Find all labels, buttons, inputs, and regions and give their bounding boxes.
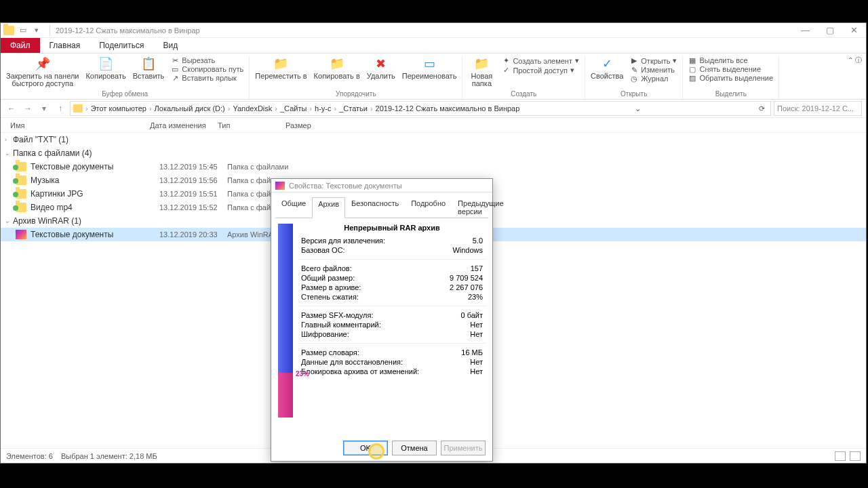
history-button[interactable]: ◷Журнал	[630, 75, 677, 83]
copy-path-button[interactable]: ▭Скопировать путь	[171, 65, 243, 73]
tab-share[interactable]: Поделиться	[90, 38, 153, 53]
tab-home[interactable]: Главная	[40, 38, 90, 53]
new-folder-button[interactable]: 📁Новая папка	[468, 56, 495, 87]
tab-details[interactable]: Подробно	[405, 197, 452, 218]
properties-button[interactable]: ✓Свойства	[591, 56, 623, 80]
group-header[interactable]: ›Файл "TXT" (1)	[1, 133, 866, 146]
refresh-button[interactable]: ⟳	[756, 104, 768, 113]
tab-security[interactable]: Безопасность	[345, 197, 405, 218]
dialog-title-bar[interactable]: Свойства: Текстовые документы	[271, 179, 492, 192]
folder-icon	[16, 203, 26, 212]
cancel-button[interactable]: Отмена	[392, 441, 437, 455]
qat-new-icon[interactable]: ▭	[20, 26, 29, 35]
back-button[interactable]: ←	[5, 102, 18, 115]
title-bar: ▭ ▾ 2019-12-12 Сжать максимально в Винра…	[1, 23, 866, 38]
group-header[interactable]: ⌄Папка с файлами (4)	[1, 146, 866, 160]
forward-button[interactable]: →	[21, 102, 35, 115]
column-headers[interactable]: Имя Дата изменения Тип Размер	[1, 118, 866, 133]
maximize-button[interactable]: ▢	[826, 25, 834, 35]
move-to-button[interactable]: 📁Переместить в	[255, 56, 307, 80]
dialog-tabs: Общие Архив Безопасность Подробно Предыд…	[271, 192, 492, 218]
recent-button[interactable]: ▾	[37, 102, 51, 115]
folder-icon	[16, 189, 26, 199]
rar-icon	[16, 230, 26, 239]
breadcrumbs[interactable]: › Этот компьютер› Локальный диск (D:)› Y…	[70, 101, 771, 116]
open-button[interactable]: ▶Открыть ▾	[630, 56, 677, 65]
tab-previous[interactable]: Предыдущие версии	[452, 197, 509, 218]
paste-shortcut-button[interactable]: ↗Вставить ярлык	[171, 74, 243, 82]
paste-button[interactable]: 📋Вставить	[133, 56, 165, 80]
ribbon-toggle[interactable]: ⌃ ⓘ	[848, 56, 862, 65]
rar-icon	[275, 182, 285, 190]
delete-button[interactable]: ✖Удалить	[367, 56, 395, 80]
apply-button[interactable]: Применить	[441, 441, 486, 455]
minimize-button[interactable]: —	[801, 25, 810, 35]
folder-icon	[16, 162, 26, 171]
tab-view[interactable]: Вид	[153, 38, 187, 53]
select-all-button[interactable]: ▦Выделить все	[688, 56, 773, 64]
archive-info: Непрерывный RAR архив Версия для извлече…	[298, 224, 486, 436]
properties-dialog: Свойства: Текстовые документы Общие Архи…	[271, 178, 493, 462]
copy-button[interactable]: 📄Копировать	[85, 56, 125, 80]
qat-props-icon[interactable]: ▾	[35, 26, 44, 35]
window-title: 2019-12-12 Сжать максимально в Винрар	[56, 26, 200, 35]
view-details-icon[interactable]	[835, 451, 846, 461]
divider	[50, 25, 50, 36]
close-button[interactable]: ✕	[850, 25, 858, 35]
folder-icon	[3, 26, 14, 35]
view-thumb-icon[interactable]	[850, 451, 861, 461]
select-none-button[interactable]: ▢Снять выделение	[688, 65, 773, 73]
copy-to-button[interactable]: 📁Копировать в	[314, 56, 360, 80]
tab-archive[interactable]: Архив	[312, 197, 345, 218]
edit-button[interactable]: ✎Изменить	[630, 66, 677, 74]
search-input[interactable]: Поиск: 2019-12-12 С...	[774, 101, 862, 116]
ribbon-tabs: Файл Главная Поделиться Вид ⌃ ⓘ	[1, 38, 866, 54]
easy-access-button[interactable]: ✓Простой доступ ▾	[502, 66, 579, 75]
new-item-button[interactable]: ✦Создать элемент ▾	[502, 56, 579, 65]
up-button[interactable]: ↑	[54, 102, 67, 115]
rename-button[interactable]: ▭Переименовать	[402, 56, 457, 80]
folder-icon	[73, 104, 83, 113]
dropdown-icon[interactable]: ⌄	[632, 104, 644, 113]
ratio-label: 23%	[296, 370, 309, 378]
file-row[interactable]: Текстовые документы13.12.2019 15:45Папка…	[1, 160, 866, 174]
ribbon: 📌Закрепить на панели быстрого доступа 📄К…	[1, 54, 866, 100]
cut-button[interactable]: ✂Вырезать	[171, 56, 243, 64]
invert-button[interactable]: ▨Обратить выделение	[688, 74, 773, 82]
pin-button[interactable]: 📌Закрепить на панели быстрого доступа	[6, 56, 79, 87]
address-bar: ← → ▾ ↑ › Этот компьютер› Локальный диск…	[1, 100, 866, 118]
folder-icon	[16, 176, 26, 185]
tab-file[interactable]: Файл	[1, 38, 40, 53]
tab-general[interactable]: Общие	[275, 197, 312, 218]
ratio-bar	[278, 224, 293, 418]
ok-button[interactable]: OK	[343, 441, 388, 455]
